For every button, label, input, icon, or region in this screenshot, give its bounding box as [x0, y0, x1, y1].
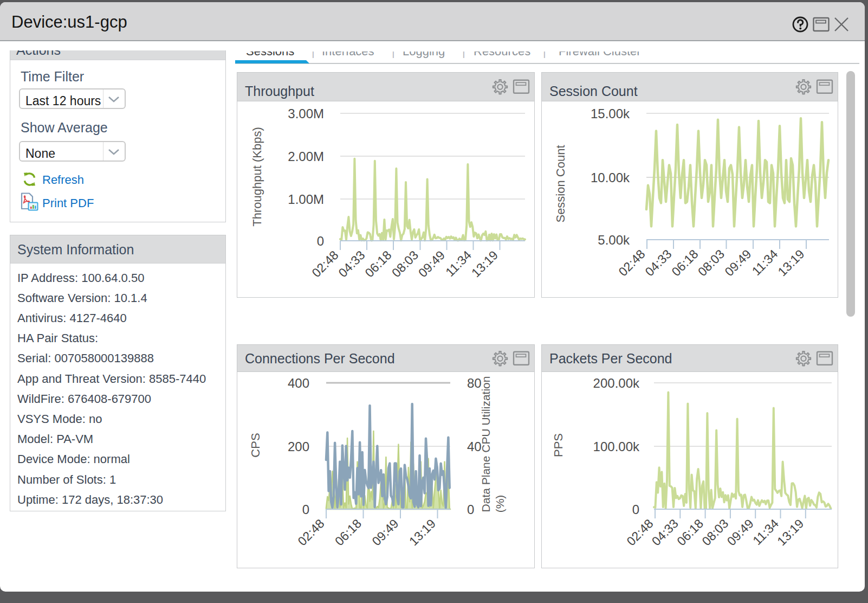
svg-text:02:48: 02:48 [295, 516, 327, 548]
svg-text:09:49: 09:49 [722, 247, 754, 279]
svg-text:3.00M: 3.00M [288, 106, 324, 121]
svg-text:Data Plane CPU Utilization: Data Plane CPU Utilization [480, 376, 492, 512]
svg-text:Throughput (Kbps): Throughput (Kbps) [250, 127, 264, 226]
svg-text:Connections Per Second: Connections Per Second [245, 351, 395, 366]
svg-text:13:19: 13:19 [406, 516, 438, 548]
svg-text:0: 0 [632, 502, 639, 517]
svg-text:(%): (%) [494, 495, 506, 513]
svg-text:06:18: 06:18 [674, 516, 706, 548]
svg-text:08:03: 08:03 [695, 247, 727, 279]
svg-text:09:49: 09:49 [724, 516, 756, 548]
svg-text:11:34: 11:34 [750, 516, 781, 548]
svg-text:200.00k: 200.00k [593, 376, 640, 390]
svg-text:0: 0 [317, 234, 324, 248]
svg-text:0: 0 [302, 502, 309, 517]
svg-text:15.00k: 15.00k [591, 106, 630, 121]
svg-text:02:48: 02:48 [309, 248, 341, 280]
svg-text:13:19: 13:19 [775, 247, 807, 279]
svg-text:13:19: 13:19 [469, 248, 501, 280]
svg-text:09:49: 09:49 [369, 516, 401, 548]
svg-text:04:33: 04:33 [642, 247, 674, 279]
svg-text:02:48: 02:48 [616, 247, 647, 279]
svg-text:200: 200 [288, 439, 309, 454]
svg-text:08:03: 08:03 [699, 516, 731, 548]
svg-text:Session Count: Session Count [554, 145, 567, 222]
svg-text:06:18: 06:18 [362, 248, 394, 280]
svg-text:400: 400 [288, 376, 309, 390]
svg-text:Session Count: Session Count [549, 84, 638, 99]
svg-text:04:33: 04:33 [649, 516, 681, 548]
svg-text:5.00k: 5.00k [598, 233, 630, 247]
svg-text:11:34: 11:34 [749, 247, 781, 278]
svg-text:13:19: 13:19 [774, 516, 806, 548]
svg-text:10.00k: 10.00k [591, 170, 630, 185]
svg-text:0: 0 [467, 502, 474, 517]
svg-text:09:49: 09:49 [416, 248, 448, 280]
svg-text:1.00M: 1.00M [288, 192, 324, 207]
svg-text:Packets Per Second: Packets Per Second [549, 351, 672, 366]
svg-text:04:33: 04:33 [335, 248, 367, 280]
svg-text:CPS: CPS [249, 433, 262, 457]
svg-text:08:03: 08:03 [389, 248, 421, 280]
svg-text:11:34: 11:34 [443, 248, 474, 279]
svg-text:Throughput: Throughput [245, 84, 314, 99]
svg-text:06:18: 06:18 [332, 516, 364, 548]
svg-text:02:48: 02:48 [624, 516, 656, 548]
svg-text:PPS: PPS [552, 433, 565, 457]
svg-text:2.00M: 2.00M [288, 149, 324, 164]
svg-text:06:18: 06:18 [669, 247, 701, 279]
svg-text:100.00k: 100.00k [593, 439, 640, 454]
